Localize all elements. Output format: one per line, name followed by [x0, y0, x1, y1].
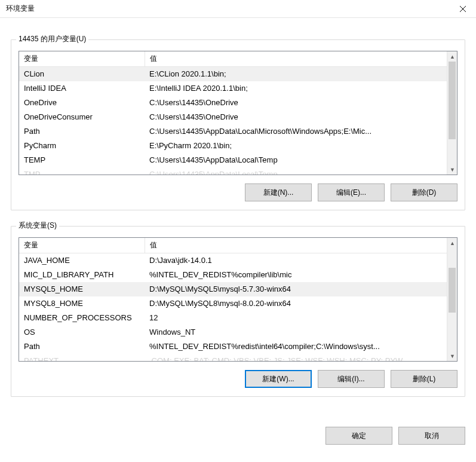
system-variables-table: 变量 值 JAVA_HOMED:\Java\jdk-14.0.1MIC_LD_L…: [19, 238, 447, 361]
scrollbar-thumb[interactable]: [449, 268, 456, 313]
variable-name-cell: CLion: [19, 67, 145, 81]
ok-button[interactable]: 确定: [325, 427, 392, 445]
variable-value-cell: 12: [145, 311, 447, 325]
variable-value-cell: C:\Users\14435\OneDrive: [145, 96, 447, 110]
variable-name-cell: MYSQL8_HOME: [19, 296, 145, 311]
system-variables-buttons: 新建(W)... 编辑(I)... 删除(L): [19, 370, 457, 388]
new-user-var-button[interactable]: 新建(N)...: [245, 183, 312, 201]
table-row[interactable]: MYSQL5_HOMED:\MySQL\MySQL5\mysql-5.7.30-…: [19, 282, 447, 296]
variable-value-cell: .COM;.EXE;.BAT;.CMD;.VBS;.VBE;.JS;.JSE;.…: [145, 354, 447, 362]
variable-name-cell: NUMBER_OF_PROCESSORS: [19, 311, 145, 325]
table-row[interactable]: PATHEXT.COM;.EXE;.BAT;.CMD;.VBS;.VBE;.JS…: [19, 354, 447, 362]
variable-name-cell: OneDrive: [19, 96, 145, 110]
table-row[interactable]: PyCharmE:\PyCharm 2020.1\bin;: [19, 139, 447, 153]
variable-name-cell: TEMP: [19, 153, 145, 167]
titlebar: 环境变量: [0, 0, 476, 18]
dialog-footer: 确定 取消: [0, 427, 476, 455]
user-variables-group: 14435 的用户变量(U) 变量 值 CLionE:\CLion 2020.1…: [11, 39, 465, 210]
variable-name-cell: PATHEXT: [19, 354, 145, 362]
dialog-content: 14435 的用户变量(U) 变量 值 CLionE:\CLion 2020.1…: [0, 18, 476, 422]
scrollbar-up-arrow-icon[interactable]: ▲: [447, 238, 457, 248]
table-row[interactable]: OneDriveC:\Users\14435\OneDrive: [19, 96, 447, 110]
scrollbar[interactable]: ▲ ▼: [447, 238, 457, 361]
table-row[interactable]: NUMBER_OF_PROCESSORS12: [19, 311, 447, 325]
system-variables-table-wrap: 变量 值 JAVA_HOMED:\Java\jdk-14.0.1MIC_LD_L…: [19, 237, 457, 362]
system-variables-table-scroll[interactable]: 变量 值 JAVA_HOMED:\Java\jdk-14.0.1MIC_LD_L…: [19, 238, 447, 361]
cancel-button[interactable]: 取消: [398, 427, 465, 445]
scrollbar-up-arrow-icon[interactable]: ▲: [447, 51, 457, 62]
variable-name-cell: MIC_LD_LIBRARY_PATH: [19, 268, 145, 282]
delete-system-var-button[interactable]: 删除(L): [391, 370, 457, 388]
variable-value-cell: %INTEL_DEV_REDIST%redist\intel64\compile…: [145, 339, 447, 354]
column-header-value[interactable]: 值: [145, 51, 447, 67]
table-row[interactable]: Path%INTEL_DEV_REDIST%redist\intel64\com…: [19, 339, 447, 354]
variable-value-cell: E:\CLion 2020.1.1\bin;: [145, 67, 447, 81]
user-variables-table-scroll[interactable]: 变量 值 CLionE:\CLion 2020.1.1\bin;IntelliJ…: [19, 51, 447, 175]
variable-value-cell: D:\Java\jdk-14.0.1: [145, 253, 447, 268]
variable-name-cell: Path: [19, 339, 145, 354]
variable-name-cell: JAVA_HOME: [19, 253, 145, 268]
close-button[interactable]: [449, 0, 476, 18]
variable-name-cell: Path: [19, 124, 145, 139]
system-variables-group: 系统变量(S) 变量 值 JAVA_HOMED:\Java\jdk-14.0.1…: [11, 226, 465, 397]
variable-name-cell: OneDriveConsumer: [19, 110, 145, 124]
new-system-var-button[interactable]: 新建(W)...: [245, 370, 312, 388]
system-variables-label: 系统变量(S): [16, 221, 59, 231]
scrollbar[interactable]: ▲ ▼: [447, 51, 457, 175]
variable-name-cell: PyCharm: [19, 139, 145, 153]
table-row[interactable]: TMPC:\Users\14435\AppData\Local\Temp: [19, 167, 447, 175]
delete-user-var-button[interactable]: 删除(D): [391, 183, 457, 201]
table-row[interactable]: OSWindows_NT: [19, 325, 447, 339]
table-header-row: 变量 值: [19, 51, 447, 67]
variable-value-cell: Windows_NT: [145, 325, 447, 339]
column-header-variable[interactable]: 变量: [19, 238, 145, 253]
window-title: 环境变量: [6, 4, 35, 14]
table-row[interactable]: OneDriveConsumerC:\Users\14435\OneDrive: [19, 110, 447, 124]
close-icon: [460, 6, 466, 12]
edit-system-var-button[interactable]: 编辑(I)...: [318, 370, 385, 388]
user-variables-table: 变量 值 CLionE:\CLion 2020.1.1\bin;IntelliJ…: [19, 51, 447, 175]
table-row[interactable]: CLionE:\CLion 2020.1.1\bin;: [19, 67, 447, 81]
table-row[interactable]: MIC_LD_LIBRARY_PATH%INTEL_DEV_REDIST%com…: [19, 268, 447, 282]
edit-user-var-button[interactable]: 编辑(E)...: [318, 183, 385, 201]
variable-value-cell: C:\Users\14435\AppData\Local\Temp: [145, 153, 447, 167]
variable-value-cell: C:\Users\14435\OneDrive: [145, 110, 447, 124]
variable-name-cell: MYSQL5_HOME: [19, 282, 145, 296]
table-row[interactable]: JAVA_HOMED:\Java\jdk-14.0.1: [19, 253, 447, 268]
variable-value-cell: C:\Users\14435\AppData\Local\Microsoft\W…: [145, 124, 447, 139]
scrollbar-down-arrow-icon[interactable]: ▼: [447, 164, 457, 175]
variable-value-cell: D:\MySQL\MySQL5\mysql-5.7.30-winx64: [145, 282, 447, 296]
variable-name-cell: OS: [19, 325, 145, 339]
variable-value-cell: C:\Users\14435\AppData\Local\Temp: [145, 167, 447, 175]
scrollbar-thumb[interactable]: [449, 62, 456, 139]
table-row[interactable]: MYSQL8_HOMED:\MySQL\MySQL8\mysql-8.0.20-…: [19, 296, 447, 311]
user-variables-label: 14435 的用户变量(U): [16, 34, 88, 44]
column-header-variable[interactable]: 变量: [19, 51, 145, 67]
table-row[interactable]: PathC:\Users\14435\AppData\Local\Microso…: [19, 124, 447, 139]
scrollbar-down-arrow-icon[interactable]: ▼: [447, 351, 457, 361]
variable-name-cell: TMP: [19, 167, 145, 175]
table-row[interactable]: TEMPC:\Users\14435\AppData\Local\Temp: [19, 153, 447, 167]
user-variables-table-wrap: 变量 值 CLionE:\CLion 2020.1.1\bin;IntelliJ…: [19, 51, 457, 175]
variable-value-cell: %INTEL_DEV_REDIST%compiler\lib\mic: [145, 268, 447, 282]
variable-value-cell: E:\IntelliJ IDEA 2020.1.1\bin;: [145, 81, 447, 96]
column-header-value[interactable]: 值: [145, 238, 447, 253]
table-row[interactable]: IntelliJ IDEAE:\IntelliJ IDEA 2020.1.1\b…: [19, 81, 447, 96]
variable-value-cell: D:\MySQL\MySQL8\mysql-8.0.20-winx64: [145, 296, 447, 311]
variable-value-cell: E:\PyCharm 2020.1\bin;: [145, 139, 447, 153]
table-header-row: 变量 值: [19, 238, 447, 253]
user-variables-buttons: 新建(N)... 编辑(E)... 删除(D): [19, 183, 457, 201]
variable-name-cell: IntelliJ IDEA: [19, 81, 145, 96]
